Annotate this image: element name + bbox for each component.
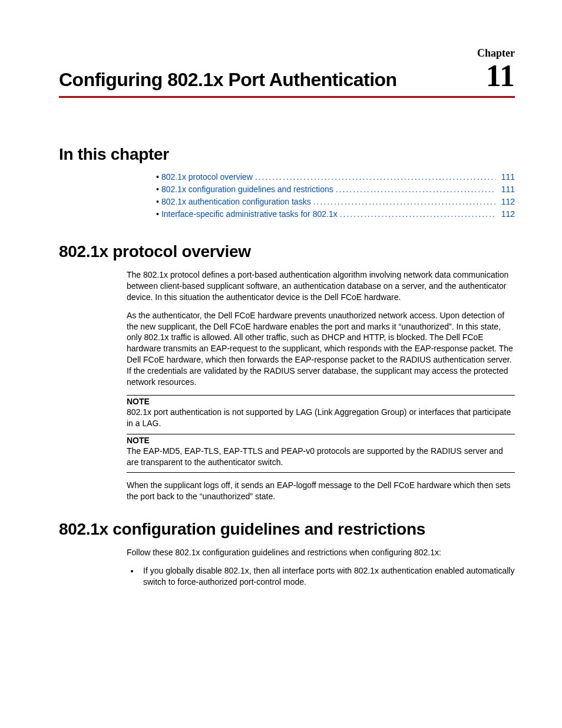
chapter-label: Chapter [59,47,515,60]
section-guidelines: 802.1x configuration guidelines and rest… [59,520,515,539]
list-item: If you globally disable 802.1x, then all… [140,565,515,588]
toc-link[interactable]: 802.1x configuration guidelines and rest… [161,185,333,194]
toc-leader [340,209,495,219]
toc-page[interactable]: 112 [498,209,515,219]
paragraph: When the supplicant logs off, it sends a… [127,480,515,502]
bullet-icon: • [156,172,159,182]
note-rule [127,434,515,434]
toc-leader [313,197,495,206]
bullet-icon: • [156,197,159,206]
overview-body: The 802.1x protocol defines a port-based… [127,269,515,502]
toc-item: • 802.1x protocol overview 111 [156,172,515,182]
toc-item: • Interface-specific administrative task… [156,209,515,219]
bullet-icon: • [156,185,159,194]
note-label: NOTE [127,397,515,406]
note-text: The EAP-MD5, EAP-TLS, EAP-TTLS and PEAP-… [127,446,515,468]
note-text: 802.1x port authentication is not suppor… [127,407,515,429]
toc-leader [255,172,495,182]
toc-link[interactable]: 802.1x protocol overview [161,172,253,182]
toc-link[interactable]: Interface-specific administrative tasks … [161,209,338,219]
toc-page[interactable]: 112 [498,197,515,206]
note-label: NOTE [127,436,515,445]
guidelines-list: If you globally disable 802.1x, then all… [140,565,515,588]
toc-item: • 802.1x authentication configuration ta… [156,197,515,206]
toc-item: • 802.1x configuration guidelines and re… [156,185,515,194]
paragraph: As the authenticator, the Dell FCoE hard… [127,310,515,388]
chapter-title: Configuring 802.1x Port Authentication [59,69,397,91]
chapter-number: 11 [486,61,515,91]
toc-page[interactable]: 111 [498,172,515,182]
paragraph: The 802.1x protocol defines a port-based… [127,269,515,303]
table-of-contents: • 802.1x protocol overview 111 • 802.1x … [156,172,515,219]
section-overview: 802.1x protocol overview [59,242,515,261]
guidelines-body: Follow these 802.1x configuration guidel… [127,547,515,588]
note-rule [127,472,515,473]
chapter-title-row: Configuring 802.1x Port Authentication 1… [59,61,515,98]
toc-leader [336,185,495,194]
toc-page[interactable]: 111 [498,185,515,194]
note-rule [127,395,515,396]
section-in-this-chapter: In this chapter [59,145,515,164]
bullet-icon: • [156,209,159,219]
paragraph: Follow these 802.1x configuration guidel… [127,547,515,558]
page-root: Chapter Configuring 802.1x Port Authenti… [0,0,562,627]
toc-link[interactable]: 802.1x authentication configuration task… [161,197,311,206]
